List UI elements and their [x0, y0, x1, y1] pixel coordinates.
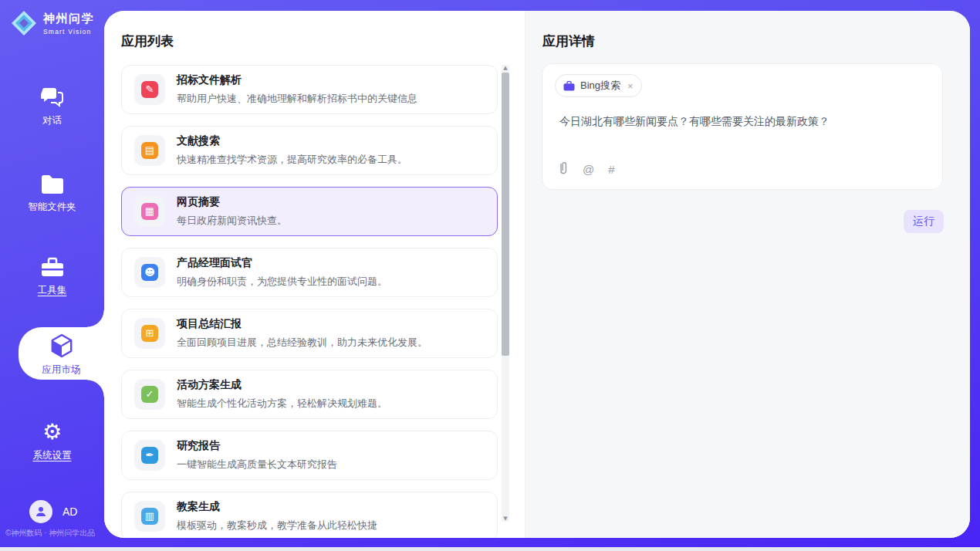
close-icon[interactable]: × — [627, 80, 634, 92]
person-icon — [35, 505, 47, 518]
books-icon: ▥ — [134, 501, 165, 532]
list-item-pm-interviewer[interactable]: ☻ 产品经理面试官 明确身份和职责，为您提供专业性的面试问题。 — [121, 248, 498, 297]
list-item-web-summary[interactable]: ▦ 网页摘要 每日政府新闻资讯快查。 — [121, 187, 498, 236]
main-content: 应用列表 ✎ 招标文件解析 帮助用户快速、准确地理解和解析招标书中的关键信息 ▤… — [104, 11, 970, 538]
app-item-desc: 帮助用户快速、准确地理解和解析招标书中的关键信息 — [177, 92, 417, 106]
sidebar-item-chat[interactable]: 对话 — [0, 85, 104, 127]
bottom-edge-strip — [0, 547, 980, 551]
scroll-down-icon[interactable]: ▼ — [502, 516, 509, 522]
prompt-card: Bing搜索 × 今日湖北有哪些新闻要点？有哪些需要关注的最新政策？ @ # — [542, 63, 943, 190]
app-item-desc: 模板驱动，教案秒成，教学准备从此轻松快捷 — [177, 519, 377, 532]
list-item-project-summary[interactable]: ⊞ 项目总结汇报 全面回顾项目进展，总结经验教训，助力未来优化发展。 — [121, 309, 498, 358]
brand-logo: 神州问学 Smart Vision — [11, 10, 94, 36]
mention-icon[interactable]: @ — [583, 163, 594, 176]
app-item-desc: 快速精准查找学术资源，提高研究效率的必备工具。 — [177, 153, 407, 167]
tool-chip-bing-search[interactable]: Bing搜索 × — [555, 74, 642, 97]
app-root: { "brand": { "name": "神州问学", "subtitle":… — [0, 0, 980, 551]
app-list-panel: 应用列表 ✎ 招标文件解析 帮助用户快速、准确地理解和解析招标书中的关键信息 ▤… — [104, 11, 525, 538]
clipboard-check-icon: ✓ — [134, 379, 165, 410]
list-item-research-report[interactable]: ✒ 研究报告 一键智能生成高质量长文本研究报告 — [121, 431, 498, 480]
app-item-desc: 智能生成个性化活动方案，轻松解决规划难题。 — [177, 397, 387, 411]
app-item-desc: 一键智能生成高质量长文本研究报告 — [177, 458, 337, 472]
brand-name: 神州问学 — [43, 12, 94, 26]
interviewer-person-icon: ☻ — [134, 257, 165, 288]
app-item-title: 产品经理面试官 — [177, 256, 387, 270]
edit-document-icon: ✎ — [134, 74, 165, 105]
sidebar-item-app-market[interactable]: 应用市场 — [19, 327, 104, 380]
toolbox-icon — [0, 255, 104, 278]
list-item-activity-plan[interactable]: ✓ 活动方案生成 智能生成个性化活动方案，轻松解决规划难题。 — [121, 370, 498, 419]
calendar-note-icon: ⊞ — [134, 318, 165, 349]
list-scrollbar[interactable]: ▲ ▼ — [502, 65, 509, 522]
app-list: ✎ 招标文件解析 帮助用户快速、准确地理解和解析招标书中的关键信息 ▤ 文献搜索… — [121, 65, 498, 538]
user-account[interactable]: AD — [29, 500, 77, 523]
book-icon: ▤ — [134, 135, 165, 166]
app-item-title: 项目总结汇报 — [177, 317, 427, 331]
sidebar-item-toolset[interactable]: 工具集 — [0, 255, 104, 297]
prompt-input[interactable]: 今日湖北有哪些新闻要点？有哪些需要关注的最新政策？ — [559, 113, 924, 130]
sidebar-item-smart-folder[interactable]: 智能文件夹 — [0, 171, 104, 214]
browser-code-icon: ▦ — [134, 196, 165, 227]
briefcase-icon — [563, 81, 575, 91]
app-detail-panel: 应用详情 Bing搜索 × 今日湖北有哪些新闻要点？有哪些需要关注的最新政策？ … — [525, 11, 970, 538]
sidebar-item-label: 应用市场 — [19, 363, 104, 377]
app-list-title: 应用列表 — [121, 32, 174, 50]
app-item-title: 活动方案生成 — [177, 378, 387, 392]
sidebar: 神州问学 Smart Vision 对话 智能文件夹 工具集 — [0, 0, 104, 551]
app-item-title: 文献搜索 — [177, 134, 407, 148]
attachment-icon[interactable] — [558, 161, 569, 178]
sidebar-item-label: 工具集 — [0, 284, 104, 297]
avatar[interactable] — [29, 500, 52, 523]
tool-chip-label: Bing搜索 — [580, 79, 620, 93]
app-item-desc: 每日政府新闻资讯快查。 — [177, 214, 287, 228]
chat-icon — [0, 85, 104, 108]
list-item-lesson-plan[interactable]: ▥ 教案生成 模板驱动，教案秒成，教学准备从此轻松快捷 — [121, 492, 498, 538]
folder-icon — [0, 171, 104, 194]
app-item-desc: 全面回顾项目进展，总结经验教训，助力未来优化发展。 — [177, 336, 427, 350]
sidebar-item-settings[interactable]: ⚙ 系统设置 — [0, 420, 104, 462]
scroll-up-icon[interactable]: ▲ — [502, 65, 509, 71]
input-toolbar: @ # — [558, 161, 615, 178]
app-item-title: 网页摘要 — [177, 195, 287, 209]
brand-subtitle: Smart Vision — [43, 28, 94, 35]
app-item-title: 研究报告 — [177, 439, 337, 453]
app-item-desc: 明确身份和职责，为您提供专业性的面试问题。 — [177, 275, 387, 289]
ink-pen-icon: ✒ — [134, 440, 165, 471]
sidebar-item-label: 对话 — [0, 114, 104, 127]
user-initials: AD — [63, 505, 77, 518]
scrollbar-thumb[interactable] — [502, 73, 509, 356]
diamond-logo-icon — [11, 10, 37, 36]
sidebar-item-label: 系统设置 — [0, 449, 104, 462]
run-button[interactable]: 运行 — [904, 210, 944, 233]
app-item-title: 招标文件解析 — [177, 73, 417, 87]
app-detail-title: 应用详情 — [542, 32, 595, 50]
app-item-title: 教案生成 — [177, 500, 377, 514]
copyright-footer: ©神州数码 · 神州问学出品 — [5, 528, 95, 539]
list-item-literature-search[interactable]: ▤ 文献搜索 快速精准查找学术资源，提高研究效率的必备工具。 — [121, 126, 498, 175]
gear-icon: ⚙ — [0, 420, 104, 443]
cube-icon — [19, 334, 104, 357]
hash-icon[interactable]: # — [608, 163, 614, 176]
sidebar-item-label: 智能文件夹 — [0, 201, 104, 214]
list-item-bid-analysis[interactable]: ✎ 招标文件解析 帮助用户快速、准确地理解和解析招标书中的关键信息 — [121, 65, 498, 114]
